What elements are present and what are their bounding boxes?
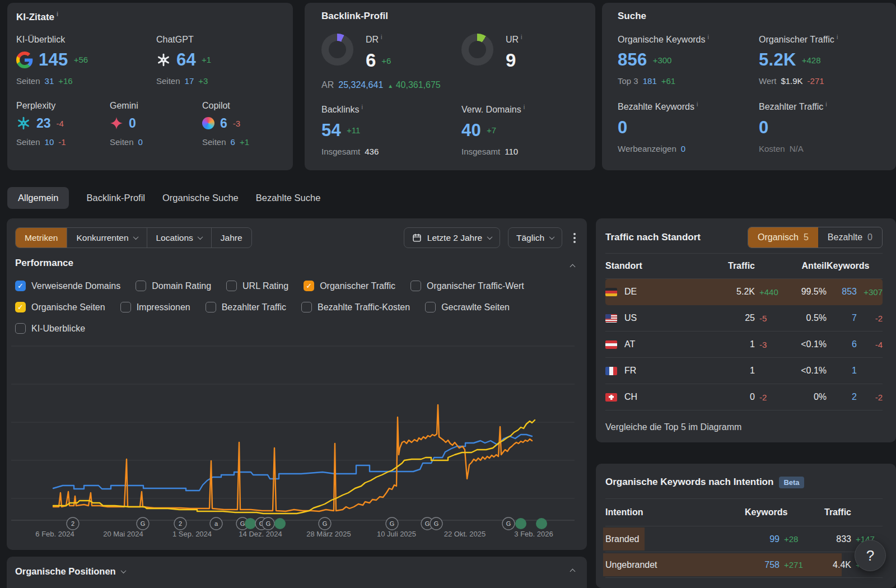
info-icon[interactable]: i <box>825 101 827 108</box>
help-button[interactable]: ? <box>855 540 886 571</box>
checkbox-organische-seiten[interactable]: ✓Organische Seiten <box>15 302 105 312</box>
url-rating-block: URi 9 <box>461 34 586 71</box>
intent-row-branded[interactable]: Branded99+28833+147 <box>605 526 883 552</box>
checkbox-bezahlte-traffic-kosten[interactable]: Bezahlte Traffic-Kosten <box>301 302 410 312</box>
column-header: Traffic <box>708 261 755 271</box>
ur-value: 9 <box>506 50 516 71</box>
segment-locations[interactable]: Locations <box>147 228 211 248</box>
info-icon[interactable]: i <box>521 34 522 40</box>
checkbox-label: Gecrawlte Seiten <box>441 302 510 312</box>
chevron-down-icon <box>549 234 555 240</box>
checkbox-box <box>206 302 216 312</box>
segment-jahre[interactable]: Jahre <box>211 228 251 248</box>
checkbox-gecrawlte-seiten[interactable]: Gecrawlte Seiten <box>425 302 510 312</box>
timeline-marker-a[interactable]: a <box>210 517 222 530</box>
segment-konkurrenten[interactable]: Konkurrenten <box>67 228 146 248</box>
timeline-dot-marker[interactable] <box>515 518 526 529</box>
timeline-marker-2[interactable]: 2 <box>174 517 186 530</box>
toggle-bezahlte[interactable]: Bezahlte0 <box>818 227 882 248</box>
intent-row-ungebrandet[interactable]: Ungebrandet758+2714.4K+28 <box>605 552 883 578</box>
timeline-marker-g[interactable]: G <box>319 517 331 530</box>
organic-positions-title[interactable]: Organische Positionen <box>15 566 125 577</box>
chevron-down-icon <box>120 568 126 573</box>
engine-delta: +1 <box>202 55 211 64</box>
tab-backlink-profil[interactable]: Backlink-Profil <box>86 187 145 209</box>
checkbox-box: ✓ <box>15 281 26 291</box>
traffic-delta: -5 <box>755 314 782 323</box>
beta-badge: Beta <box>779 477 804 488</box>
location-row-at[interactable]: AT1-3<0.1%6-4 <box>605 332 883 358</box>
keywords-value: 2 <box>827 392 857 402</box>
location-row-ch[interactable]: CH0-20%2-2 <box>605 384 883 410</box>
triangle-up-icon: ▲ <box>388 83 393 89</box>
location-row-us[interactable]: US25-50.5%7-2 <box>605 305 883 332</box>
intent-label: Branded <box>605 534 745 544</box>
checkbox-url-rating[interactable]: URL Rating <box>226 281 288 291</box>
metric-value: 5.2K <box>759 50 796 70</box>
timeline-dot-marker[interactable] <box>274 518 286 529</box>
svg-text:G: G <box>240 520 245 527</box>
url-rating-donut <box>461 34 493 66</box>
ai-engines-row-1: KI-Überblick145+56Seiten31+16ChatGPT64+1… <box>16 35 284 86</box>
gemini-icon <box>110 116 123 130</box>
info-icon[interactable]: i <box>57 11 58 17</box>
timeline-dot-marker[interactable] <box>245 518 256 529</box>
metric-subline: Top 3181+61 <box>618 76 759 86</box>
overview-panel: MetrikenKonkurrentenLocationsJahre Letzt… <box>7 218 587 550</box>
more-options-kebab-icon[interactable] <box>570 230 579 246</box>
svg-text:2: 2 <box>179 520 182 527</box>
checkbox-domain-rating[interactable]: Domain Rating <box>136 281 211 291</box>
chatgpt-icon <box>156 53 171 67</box>
tab-allgemein[interactable]: Allgemein <box>7 187 69 209</box>
location-row-de[interactable]: DE5.2K+44099.5%853+307 <box>605 279 883 305</box>
timeline-marker-g[interactable]: G <box>430 517 442 530</box>
info-icon[interactable]: i <box>381 34 382 40</box>
performance-section-title: Performance <box>15 258 73 269</box>
info-icon[interactable]: i <box>697 101 698 108</box>
timeline-marker-2[interactable]: 2 <box>67 517 79 530</box>
metric-value: 0 <box>618 118 628 138</box>
intent-table-header: IntentionKeywordsTraffic <box>605 499 883 526</box>
chart-toolbar: MetrikenKonkurrentenLocationsJahre Letzt… <box>15 227 579 248</box>
performance-collapse-button[interactable] <box>571 261 575 271</box>
granularity-button[interactable]: Täglich <box>508 227 562 248</box>
date-range-button[interactable]: Letzte 2 Jahre <box>404 227 500 248</box>
tab-bezahlte-suche[interactable]: Bezahlte Suche <box>256 187 321 209</box>
toggle-organisch[interactable]: Organisch5 <box>748 227 818 248</box>
timeline-dot-marker[interactable] <box>536 518 547 529</box>
compare-top5-link[interactable]: Vergleiche die Top 5 im Diagramm <box>605 422 883 432</box>
checkbox-organischer-traffic[interactable]: ✓Organischer Traffic <box>304 281 395 291</box>
column-header: Keywords <box>827 261 857 271</box>
timeline-marker-g[interactable]: G <box>386 517 398 530</box>
info-icon[interactable]: i <box>708 34 709 40</box>
segment-metriken[interactable]: Metriken <box>16 228 67 248</box>
checkbox-verweisende-domains[interactable]: ✓Verweisende Domains <box>15 281 120 291</box>
metric-label: Organischer Traffici <box>759 34 887 45</box>
organic-positions-collapse-button[interactable] <box>570 569 576 575</box>
ai-engine-chatgpt: ChatGPT64+1Seiten17+3 <box>156 35 284 86</box>
info-icon[interactable]: i <box>362 104 363 110</box>
checkbox-ki-uberblicke[interactable]: KI-Uberblicke <box>15 323 85 334</box>
checkbox-bezahlter-traffic[interactable]: Bezahlter Traffic <box>206 302 286 312</box>
keywords-by-intent-panel: Organische Keywords nach IntentionBeta I… <box>596 464 896 588</box>
x-tick-label: 22 Okt. 2025 <box>444 530 486 538</box>
timeline-marker-g[interactable]: G <box>262 517 274 530</box>
timeline-marker-g[interactable]: G <box>137 517 149 530</box>
info-icon[interactable]: i <box>524 104 525 110</box>
traffic-value: 1 <box>708 366 755 376</box>
timeline-marker-g[interactable]: G <box>502 517 515 530</box>
engine-label: Copilot <box>202 101 284 111</box>
info-icon[interactable]: i <box>837 34 838 40</box>
traffic-delta: +440 <box>755 287 782 297</box>
chevron-down-icon <box>133 234 138 240</box>
checkbox-impressionen[interactable]: Impressionen <box>120 302 190 312</box>
perplexity-icon <box>16 116 31 130</box>
performance-chart[interactable]: 2G2aGGGGGGGG6 Feb. 202420 Mai 20241 Sep.… <box>7 333 587 546</box>
checkbox-organischer-traffic-wert[interactable]: Organischer Traffic-Wert <box>410 281 524 291</box>
location-row-fr[interactable]: FR1<0.1%1 <box>605 358 883 384</box>
flag-at-icon <box>605 340 617 349</box>
ref-domains-value: 40 <box>461 120 481 141</box>
tab-organische-suche[interactable]: Organische Suche <box>162 187 239 209</box>
traffic-value: 4.4K <box>809 560 851 570</box>
engine-pages: Seiten10-1 <box>16 137 110 147</box>
